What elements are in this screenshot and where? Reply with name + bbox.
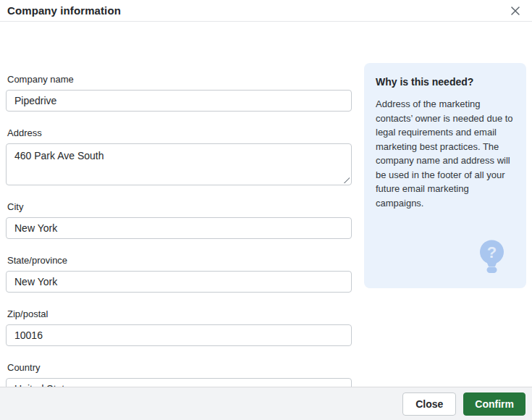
city-input[interactable]: [6, 217, 352, 239]
state-province-input[interactable]: [6, 271, 352, 293]
state-province-label: State/province: [7, 255, 352, 266]
field-zip-postal: Zip/postal: [6, 308, 352, 346]
address-textarea[interactable]: 460 Park Ave South: [6, 143, 352, 185]
address-label: Address: [7, 127, 352, 139]
company-info-form: Company name Address 460 Park Ave South …: [6, 74, 352, 416]
modal-title: Company information: [7, 4, 121, 17]
zip-postal-input[interactable]: [6, 324, 352, 346]
info-panel-text: Address of the marketing contacts’ owner…: [376, 97, 515, 210]
city-label: City: [7, 201, 352, 213]
field-state-province: State/province: [6, 255, 352, 293]
company-name-label: Company name: [7, 74, 352, 85]
modal-footer: Close Confirm: [0, 387, 532, 420]
confirm-button[interactable]: Confirm: [463, 392, 525, 416]
svg-text:?: ?: [487, 243, 497, 261]
x-icon: [510, 6, 520, 16]
field-address: Address 460 Park Ave South: [6, 127, 352, 185]
lightbulb-question-icon: ?: [479, 240, 504, 273]
close-button-footer[interactable]: Close: [402, 392, 456, 416]
close-button[interactable]: [507, 3, 523, 19]
zip-postal-label: Zip/postal: [7, 308, 352, 320]
country-label: Country: [7, 362, 352, 374]
info-panel: Why is this needed? Address of the marke…: [364, 63, 526, 288]
info-panel-title: Why is this needed?: [376, 76, 515, 88]
field-company-name: Company name: [6, 74, 352, 112]
modal-header: Company information: [0, 0, 532, 22]
company-name-input[interactable]: [6, 90, 352, 112]
modal-body: Company name Address 460 Park Ave South …: [0, 22, 532, 416]
field-city: City: [6, 201, 352, 239]
